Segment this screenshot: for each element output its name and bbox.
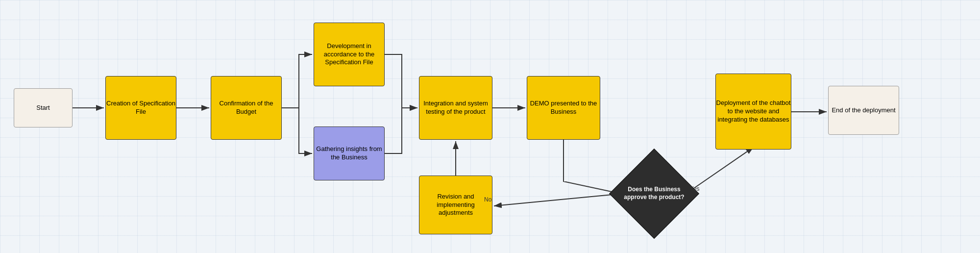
arrow-development-integration (385, 54, 417, 108)
node-integration: Integration and system testing of the pr… (419, 76, 492, 140)
arrow-gathering-integration (385, 108, 417, 153)
node-demo: DEMO presented to the Business (527, 76, 600, 140)
node-integration-label: Integration and system testing of the pr… (419, 100, 492, 116)
node-end-label: End of the deployment (832, 106, 895, 115)
node-revision: Revision and implementing adjustments (419, 176, 492, 234)
label-yes: Yes (690, 185, 700, 192)
node-diamond-label: Does the Business approve the product? (623, 162, 686, 225)
node-demo-label: DEMO presented to the Business (527, 100, 600, 116)
diagram: Start Creation of Specification File Con… (0, 0, 980, 253)
arrow-confirmation-development (282, 54, 312, 108)
node-creation: Creation of Specification File (105, 76, 176, 140)
arrow-confirmation-gathering (282, 108, 312, 153)
node-diamond: Does the Business approve the product? (609, 149, 699, 239)
node-start: Start (14, 88, 73, 127)
node-deployment: Deployment of the chatbot to the website… (715, 74, 791, 150)
arrow-diamond-revision (494, 194, 622, 206)
node-development-label: Development in accordance to the Specifi… (314, 42, 384, 67)
node-revision-label: Revision and implementing adjustments (419, 193, 492, 218)
node-gathering: Gathering insights from the Business (314, 126, 385, 180)
node-confirmation: Confirmation of the Budget (211, 76, 282, 140)
node-creation-label: Creation of Specification File (106, 100, 176, 116)
node-development: Development in accordance to the Specifi… (314, 23, 385, 86)
node-end: End of the deployment (828, 86, 899, 135)
label-no: No (484, 196, 491, 203)
arrow-demo-diamond (564, 140, 621, 194)
node-start-label: Start (36, 104, 49, 112)
node-confirmation-label: Confirmation of the Budget (211, 100, 281, 116)
node-deployment-label: Deployment of the chatbot to the website… (716, 99, 791, 124)
node-gathering-label: Gathering insights from the Business (314, 145, 384, 162)
